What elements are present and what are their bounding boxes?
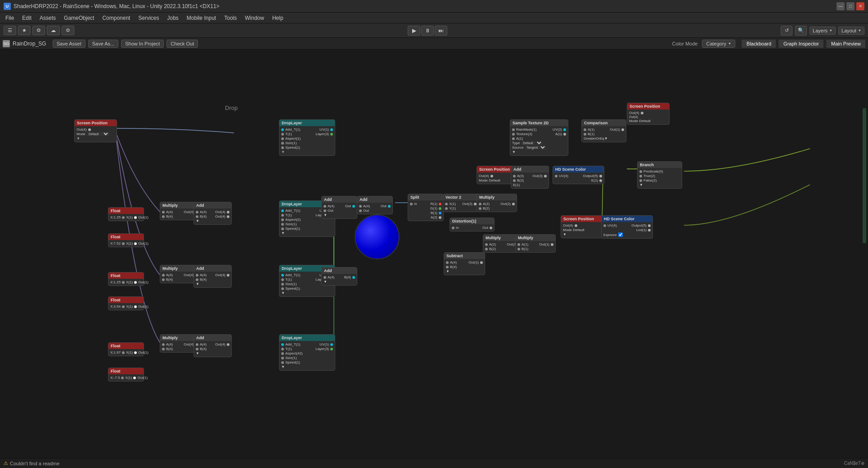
port-in[interactable] — [162, 343, 165, 346]
port-out[interactable] — [551, 243, 553, 246]
node-float-6[interactable]: Float X:-7.5X(1)Out(1) — [108, 368, 144, 382]
port-in[interactable] — [513, 175, 516, 177]
color-mode-dropdown[interactable]: Category — [702, 40, 735, 48]
port-in[interactable] — [512, 128, 515, 131]
port-out[interactable] — [330, 343, 333, 346]
port-in[interactable] — [196, 343, 198, 346]
node-screen-pos-r1[interactable]: Screen Position Out(4) Out(4) Mode Defau… — [627, 103, 670, 125]
port-in[interactable] — [196, 215, 198, 218]
port-in[interactable] — [122, 216, 125, 219]
port-out[interactable] — [563, 133, 566, 136]
port-out[interactable] — [133, 377, 136, 379]
port-in[interactable] — [512, 133, 515, 136]
tab-graph-inspector[interactable]: Graph Inspector — [778, 40, 823, 48]
port-out[interactable] — [352, 205, 355, 208]
port-in[interactable] — [122, 351, 125, 354]
port-in[interactable] — [196, 274, 198, 277]
port-in[interactable] — [324, 205, 326, 208]
port-out[interactable] — [388, 205, 391, 208]
node-screen-position-3[interactable]: Screen Position Out(4) Mode Default ▼ — [561, 215, 603, 238]
node-sample-texture[interactable]: Sample Texture 2D RainMask(1)UV(2) Textu… — [510, 119, 568, 156]
maximize-button[interactable]: □ — [846, 2, 855, 10]
port-in[interactable] — [359, 205, 362, 208]
port-in[interactable] — [281, 343, 284, 346]
port-in[interactable] — [281, 209, 284, 212]
node-add-sp[interactable]: Add A(3)Out(3) B(3) E(1) — [511, 166, 549, 189]
node-vector2[interactable]: Vector 2 X(1)Out(2) Y(1) — [443, 194, 479, 212]
port-in[interactable] — [162, 215, 165, 218]
port-in[interactable] — [281, 287, 284, 290]
port-out[interactable] — [563, 128, 566, 131]
node-add-3[interactable]: Add A(4)Out Out — [357, 196, 393, 214]
port-in[interactable] — [196, 348, 198, 350]
port-out[interactable] — [330, 128, 333, 131]
port-in[interactable] — [196, 211, 198, 214]
menu-assets[interactable]: Assets — [36, 14, 59, 22]
port-in[interactable] — [513, 179, 516, 182]
port-out[interactable] — [330, 133, 333, 136]
port-in[interactable] — [452, 227, 454, 229]
port-in[interactable] — [281, 128, 284, 131]
node-drop-layer-4[interactable]: DropLayer Add_T(1)UV(1) T(1)Layer(3) Asp… — [279, 334, 335, 371]
node-add-6[interactable]: Add A(4)B(4) ▼ — [321, 267, 357, 286]
port-in[interactable] — [281, 214, 284, 217]
port-out[interactable] — [134, 305, 137, 308]
port-in[interactable] — [517, 248, 520, 250]
port-in[interactable] — [603, 224, 606, 227]
port-out[interactable] — [439, 207, 441, 210]
port-in[interactable] — [281, 142, 284, 145]
port-in[interactable] — [446, 261, 449, 264]
cloud-button[interactable]: ☁ — [47, 26, 60, 35]
menu-jobs[interactable]: Jobs — [163, 14, 182, 22]
port-in[interactable] — [446, 266, 449, 268]
port-out[interactable] — [352, 276, 355, 279]
port-in[interactable] — [639, 179, 642, 182]
port-in[interactable] — [281, 223, 284, 226]
type-select[interactable]: Default — [521, 141, 543, 145]
port-in[interactable] — [584, 133, 586, 136]
port-in[interactable] — [445, 207, 448, 210]
save-as-button[interactable]: Save As... — [88, 40, 119, 48]
menu-help[interactable]: Help — [269, 14, 287, 22]
menu-component[interactable]: Component — [99, 14, 134, 22]
port-in[interactable] — [479, 203, 481, 205]
port-in[interactable] — [555, 175, 558, 177]
step-button[interactable]: ⏭ — [435, 26, 447, 36]
port-in[interactable] — [410, 203, 413, 205]
save-asset-button[interactable]: Save Asset — [53, 40, 85, 48]
check-out-button[interactable]: Check Out — [166, 40, 198, 48]
node-float-4[interactable]: Float X:3.54X(1)Out(1) — [108, 296, 144, 310]
node-hd-scene-color-1[interactable]: HD Scene Color UV(4)Output(5) E(1) — [553, 166, 604, 184]
port-out[interactable] — [512, 203, 515, 205]
node-add-5[interactable]: Add A(4)Out(4) B(4) ▼ — [193, 265, 232, 288]
node-distortion[interactable]: Distortion(1) InOut — [450, 218, 495, 232]
port-out[interactable] — [544, 175, 547, 177]
node-multiply-4[interactable]: Multiply A(1)Out(1) B(1) — [515, 234, 556, 253]
menu-window[interactable]: Window — [241, 14, 268, 22]
toolbar-star-button[interactable]: ★ — [18, 26, 31, 35]
port-in[interactable] — [281, 361, 284, 364]
port-out[interactable] — [490, 227, 492, 229]
tab-main-preview[interactable]: Main Preview — [826, 40, 865, 48]
port-in[interactable] — [281, 137, 284, 140]
layout-dropdown[interactable]: Layout — [838, 27, 864, 35]
port-in[interactable] — [479, 207, 481, 210]
tab-blackboard[interactable]: Blackboard — [742, 40, 776, 48]
port-in[interactable] — [281, 227, 284, 230]
pause-button[interactable]: ⏸ — [421, 26, 434, 36]
port-out[interactable] — [480, 261, 483, 264]
port-out[interactable] — [648, 224, 651, 227]
port-in[interactable] — [485, 248, 488, 250]
minimize-button[interactable]: — — [837, 2, 845, 10]
port-in[interactable] — [639, 175, 642, 177]
source-select[interactable]: Tangent — [525, 145, 546, 150]
port-in[interactable] — [281, 146, 284, 149]
node-screen-position-1[interactable]: Screen Position Out(4) Mode Default ▼ — [74, 119, 117, 142]
port-out[interactable] — [648, 229, 651, 232]
port-out[interactable] — [599, 179, 602, 182]
port-in[interactable] — [281, 357, 284, 359]
port-out[interactable] — [641, 112, 643, 114]
port-out[interactable] — [490, 175, 493, 177]
menu-services[interactable]: Services — [135, 14, 162, 22]
port-in[interactable] — [122, 281, 125, 284]
